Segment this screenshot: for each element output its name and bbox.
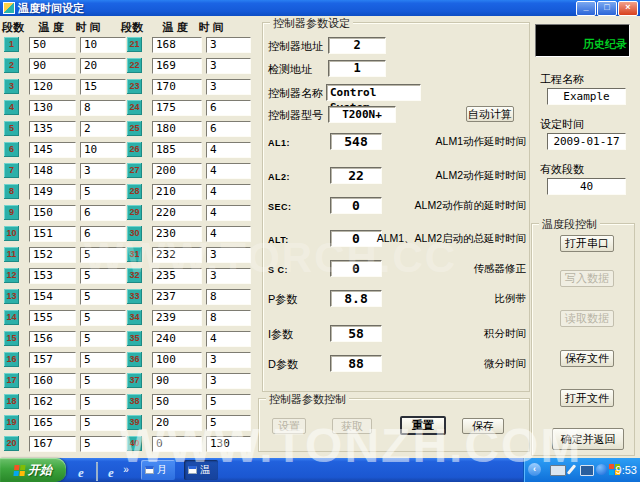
pen-tray-icon[interactable]	[567, 464, 576, 474]
time-input[interactable]: 10	[80, 142, 126, 158]
temperature-input[interactable]: 239	[152, 310, 202, 326]
temperature-input[interactable]: 185	[152, 142, 202, 158]
controller-address-input[interactable]: 2	[328, 37, 386, 54]
reset-button[interactable]: 重置	[400, 416, 446, 435]
time-input[interactable]: 3	[206, 352, 251, 368]
temperature-input[interactable]: 151	[29, 226, 76, 242]
time-input[interactable]: 3	[206, 373, 251, 389]
time-input[interactable]: 3	[206, 79, 251, 95]
temperature-input[interactable]: 156	[29, 331, 76, 347]
save-button[interactable]: 保存	[462, 418, 504, 434]
temperature-input[interactable]: 0	[152, 436, 202, 452]
time-input[interactable]: 5	[80, 331, 126, 347]
temperature-input[interactable]: 130	[29, 100, 76, 116]
time-input[interactable]: 4	[206, 205, 251, 221]
temperature-input[interactable]: 165	[29, 415, 76, 431]
temperature-input[interactable]: 210	[152, 184, 202, 200]
maximize-button[interactable]: □	[597, 1, 617, 16]
time-input[interactable]: 6	[80, 205, 126, 221]
time-input[interactable]: 4	[206, 142, 251, 158]
time-input[interactable]: 5	[80, 310, 126, 326]
temperature-input[interactable]: 230	[152, 226, 202, 242]
title-bar[interactable]: 温度时间设定 _ □ ×	[0, 0, 640, 16]
time-input[interactable]: 130	[206, 436, 251, 452]
temperature-input[interactable]: 180	[152, 121, 202, 137]
temperature-input[interactable]: 235	[152, 268, 202, 284]
taskbar-item-1[interactable]: 月	[141, 460, 175, 480]
network-tray-icon[interactable]	[596, 464, 607, 475]
open-serial-port-button[interactable]: 打开串口	[560, 235, 614, 252]
temperature-input[interactable]: 200	[152, 163, 202, 179]
set-time-input[interactable]: 2009-01-17	[547, 133, 626, 150]
quicklaunch-overflow-chevron[interactable]: »	[119, 463, 133, 477]
time-input[interactable]: 4	[206, 331, 251, 347]
time-input[interactable]: 5	[80, 247, 126, 263]
open-file-button[interactable]: 打开文件	[560, 389, 614, 407]
ie-quicklaunch-icon-2[interactable]: e	[104, 463, 118, 477]
time-input[interactable]: 5	[80, 436, 126, 452]
detect-address-input[interactable]: 1	[328, 60, 386, 77]
time-input[interactable]: 5	[206, 415, 251, 431]
time-input[interactable]: 5	[80, 415, 126, 431]
temperature-input[interactable]: 90	[29, 58, 76, 74]
time-input[interactable]: 5	[80, 394, 126, 410]
display-tray-icon[interactable]	[580, 465, 594, 476]
time-input[interactable]: 20	[80, 58, 126, 74]
temperature-input[interactable]: 155	[29, 310, 76, 326]
temperature-input[interactable]: 20	[152, 415, 202, 431]
temperature-input[interactable]: 50	[152, 394, 202, 410]
temperature-input[interactable]: 162	[29, 394, 76, 410]
time-input[interactable]: 3	[206, 268, 251, 284]
time-input[interactable]: 3	[206, 37, 251, 53]
time-input[interactable]: 5	[80, 373, 126, 389]
minimize-button[interactable]: _	[576, 1, 596, 16]
temperature-input[interactable]: 135	[29, 121, 76, 137]
temperature-input[interactable]: 175	[152, 100, 202, 116]
temperature-input[interactable]: 152	[29, 247, 76, 263]
temperature-input[interactable]: 220	[152, 205, 202, 221]
tray-chevron-icon[interactable]: ‹	[528, 463, 541, 476]
temperature-input[interactable]: 145	[29, 142, 76, 158]
temperature-input[interactable]: 150	[29, 205, 76, 221]
show-desktop-icon[interactable]	[90, 463, 104, 477]
temperature-input[interactable]: 232	[152, 247, 202, 263]
confirm-return-button[interactable]: 确定并返回	[552, 428, 624, 450]
time-input[interactable]: 8	[80, 100, 126, 116]
project-name-input[interactable]: Example	[547, 88, 626, 105]
close-button[interactable]: ×	[618, 1, 638, 16]
temperature-input[interactable]: 167	[29, 436, 76, 452]
valid-segments-input[interactable]: 40	[547, 178, 626, 195]
keyboard-tray-icon[interactable]	[550, 465, 566, 476]
time-input[interactable]: 4	[206, 184, 251, 200]
time-input[interactable]: 4	[206, 226, 251, 242]
time-input[interactable]: 8	[206, 310, 251, 326]
temperature-input[interactable]: 100	[152, 352, 202, 368]
auto-calc-button[interactable]: 自动计算	[466, 106, 514, 122]
time-input[interactable]: 5	[80, 289, 126, 305]
time-input[interactable]: 6	[206, 100, 251, 116]
time-input[interactable]: 3	[80, 163, 126, 179]
temperature-input[interactable]: 149	[29, 184, 76, 200]
temperature-input[interactable]: 157	[29, 352, 76, 368]
controller-model-input[interactable]: T200N+	[328, 106, 396, 123]
time-input[interactable]: 3	[206, 247, 251, 263]
controller-name-input[interactable]: Control System	[326, 84, 421, 101]
time-input[interactable]: 3	[206, 58, 251, 74]
temperature-input[interactable]: 90	[152, 373, 202, 389]
temperature-input[interactable]: 170	[152, 79, 202, 95]
time-input[interactable]: 15	[80, 79, 126, 95]
temperature-input[interactable]: 154	[29, 289, 76, 305]
time-input[interactable]: 10	[80, 37, 126, 53]
temperature-input[interactable]: 168	[152, 37, 202, 53]
time-input[interactable]: 5	[80, 268, 126, 284]
temperature-input[interactable]: 120	[29, 79, 76, 95]
temperature-input[interactable]: 237	[152, 289, 202, 305]
time-input[interactable]: 8	[206, 289, 251, 305]
temperature-input[interactable]: 148	[29, 163, 76, 179]
save-file-button[interactable]: 保存文件	[560, 350, 614, 367]
time-input[interactable]: 6	[80, 226, 126, 242]
taskbar-item-2-active[interactable]: 温	[184, 460, 218, 480]
temperature-input[interactable]: 169	[152, 58, 202, 74]
temperature-input[interactable]: 160	[29, 373, 76, 389]
time-input[interactable]: 5	[80, 352, 126, 368]
